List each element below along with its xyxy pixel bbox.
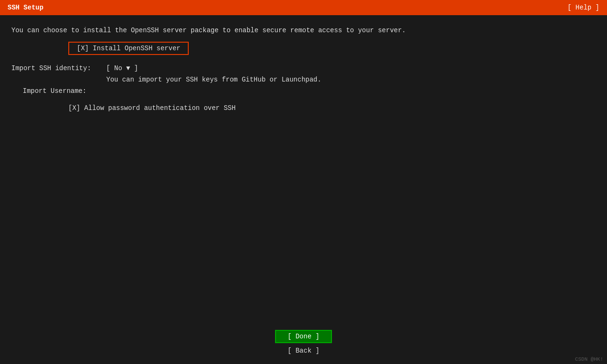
help-button[interactable]: [ Help ] — [568, 4, 599, 11]
main-content: You can choose to install the OpenSSH se… — [0, 17, 607, 121]
description-text: You can choose to install the OpenSSH se… — [11, 27, 596, 34]
password-auth-row: [X] Allow password authentication over S… — [68, 104, 596, 112]
back-button[interactable]: [ Back ] — [275, 345, 332, 356]
done-button[interactable]: [ Done ] — [275, 330, 332, 343]
watermark: CSDN @HK! — [575, 356, 603, 362]
header-title: SSH Setup — [8, 4, 44, 11]
password-auth-checkbox[interactable]: [X] Allow password authentication over S… — [68, 104, 236, 112]
import-username-input[interactable] — [106, 87, 248, 95]
import-identity-row: Import SSH identity: [ No ▼ ] — [11, 64, 596, 72]
import-identity-label: Import SSH identity: — [11, 64, 106, 72]
bottom-buttons: [ Done ] [ Back ] — [275, 330, 332, 356]
import-hint-text: You can import your SSH keys from GitHub… — [106, 76, 596, 83]
header-bar: SSH Setup [ Help ] — [0, 0, 607, 15]
import-username-row: Import Username: — [23, 87, 596, 95]
import-username-label: Import Username: — [23, 87, 106, 95]
install-openssh-checkbox[interactable]: [X] Install OpenSSH server — [68, 42, 189, 55]
import-identity-dropdown[interactable]: [ No ▼ ] — [106, 64, 138, 72]
